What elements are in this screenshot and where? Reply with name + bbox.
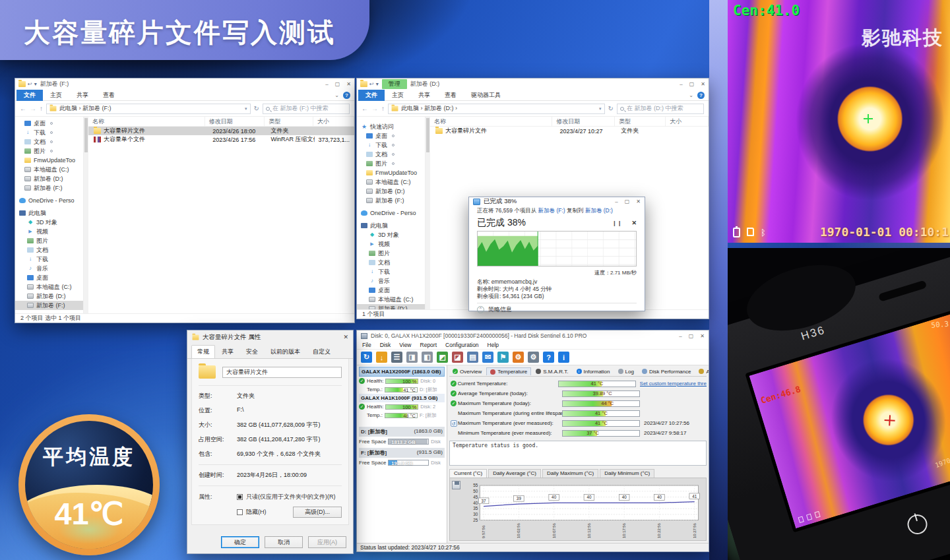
cancel-copy-button[interactable]: ✕ (631, 220, 637, 226)
close-button[interactable]: ✕ (636, 199, 641, 204)
sidebar-item-0[interactable]: 桌面 (15, 119, 83, 128)
folder-properties-dialog[interactable]: 大容量碎片文件 属性 ✕ 常规共享安全以前的版本自定义 大容量碎片文件 类型:文… (187, 330, 354, 554)
window-controls[interactable]: – ▢ ✕ (615, 199, 641, 204)
sidebar-item-8[interactable]: OneDrive - Perso (15, 196, 83, 205)
nav-scrollbar[interactable] (84, 117, 88, 313)
dialog-titlebar[interactable]: 已完成 38% – ▢ ✕ (469, 197, 645, 206)
nav-scrollbar[interactable] (426, 117, 430, 309)
volume-header-0[interactable]: D: [新加卷](1863.0 GB) (359, 427, 445, 437)
sidebar-item-4[interactable]: FmwUpdateToo (15, 156, 83, 165)
close-button[interactable]: ✕ (700, 333, 705, 339)
disk-remove-icon[interactable]: ◪ (452, 352, 463, 363)
column-header-0[interactable]: 名称 (430, 117, 552, 126)
menu-configuration[interactable]: Configuration (445, 342, 479, 348)
column-header-2[interactable]: 类型 (265, 117, 313, 126)
sidebar-item-1[interactable]: ↓下载 (15, 128, 83, 137)
forward-icon[interactable]: → (30, 105, 36, 112)
sidebar-item-15[interactable]: ♪音乐 (15, 264, 83, 273)
sidebar-item-11[interactable]: ◆3D 对象 (357, 230, 425, 239)
maximize-button[interactable]: ▢ (335, 81, 340, 87)
sidebar-item-12[interactable]: 图片 (15, 236, 83, 245)
readonly-checkbox[interactable] (237, 494, 243, 500)
up-icon[interactable]: ↑ (40, 105, 43, 112)
minimize-button[interactable]: – (680, 81, 682, 87)
close-button[interactable]: ✕ (701, 81, 705, 87)
sidebar-item-12[interactable]: ▶视频 (357, 239, 425, 249)
refresh-icon[interactable]: ↻ (608, 105, 614, 112)
tools-gear-icon[interactable]: ⚙ (528, 352, 539, 363)
ok-button[interactable]: 确定 (221, 536, 259, 548)
help-icon[interactable]: ? (343, 92, 350, 99)
maximize-button[interactable]: ▢ (625, 199, 630, 204)
sidebar-item-14[interactable]: ↓下载 (15, 255, 83, 264)
sidebar-item-13[interactable]: 图片 (357, 249, 425, 258)
close-button[interactable]: ✕ (343, 334, 348, 340)
download-status-icon[interactable]: ↓ (376, 352, 387, 363)
sidebar-item-5[interactable]: FmwUpdateToo (357, 168, 425, 177)
chart-tab-0[interactable]: Current (°C) (449, 469, 487, 478)
ribbon-tab-文件[interactable]: 文件 (16, 90, 43, 101)
sidebar-item-13[interactable]: 文档 (15, 245, 83, 255)
sidebar-item-9[interactable]: 此电脑 (15, 208, 83, 218)
sidebar-item-5[interactable]: 本地磁盘 (C:) (15, 165, 83, 174)
help-icon[interactable]: ? (697, 92, 705, 99)
maximize-button[interactable]: ▢ (689, 81, 695, 87)
window-controls[interactable]: –▢✕ (680, 81, 705, 87)
sidebar-item-9[interactable]: OneDrive - Perso (357, 208, 425, 218)
file-row[interactable]: 大容量碎片文件2023/4/26 18:00文件夹 (88, 127, 354, 135)
drive-stack-icon[interactable]: ▤ (467, 352, 478, 363)
ribbon-tab-主页[interactable]: 主页 (43, 90, 69, 101)
sidebar-item-7[interactable]: 新加卷 (F:) (15, 183, 83, 193)
details-toggle[interactable]: ⌃ 简略信息 (477, 303, 637, 315)
hidden-checkbox[interactable] (237, 509, 243, 515)
forward-icon[interactable]: → (371, 105, 378, 112)
tab-共享[interactable]: 共享 (216, 345, 239, 358)
ribbon-tab-查看[interactable]: 查看 (437, 90, 464, 101)
copy-progress-dialog[interactable]: 已完成 38% – ▢ ✕ 正在将 76,559 个项目从 新加卷 (F:) 复… (468, 197, 645, 311)
chevron-down-icon[interactable]: ▾ (376, 81, 379, 87)
dialog-titlebar[interactable]: 大容量碎片文件 属性 ✕ (187, 330, 353, 344)
pause-button[interactable]: ❙❙ (612, 220, 622, 226)
ribbon-tab-主页[interactable]: 主页 (385, 90, 411, 101)
ribbon-tab-共享[interactable]: 共享 (411, 90, 437, 101)
menu-view[interactable]: View (399, 342, 411, 348)
tab-s-m-a-r-t-[interactable]: S.M.A.R.T. (532, 368, 571, 375)
back-icon[interactable]: ← (362, 105, 368, 112)
sidebar-item-16[interactable]: 桌面 (15, 273, 83, 282)
sidebar-item-3[interactable]: 图片 (15, 146, 83, 156)
report-lines-icon[interactable]: ☰ (391, 352, 402, 363)
back-icon[interactable]: ← (20, 105, 26, 112)
tab-overview[interactable]: ✓Overview (449, 368, 485, 375)
sidebar-item-15[interactable]: ↓下载 (357, 267, 425, 276)
tab-information[interactable]: iInformation (573, 368, 614, 375)
hidden-row[interactable]: 隐藏(H) 高级(D)... (237, 507, 342, 518)
column-header-0[interactable]: 名称 (88, 117, 205, 126)
readonly-row[interactable]: 只读(仅应用于文件夹中的文件)(R) (237, 493, 342, 501)
nav-pane[interactable]: ★快速访问桌面↓下载文档图片FmwUpdateToo本地磁盘 (C:)新加卷 (… (357, 117, 426, 309)
chart-tab-3[interactable]: Daily Minimum (°C) (600, 469, 654, 478)
advanced-button[interactable]: 高级(D)... (293, 507, 342, 518)
manage-tab[interactable]: 管理 (382, 79, 407, 89)
minimize-button[interactable]: – (615, 199, 618, 204)
quick-access-toolbar[interactable]: ↩▾ (18, 81, 37, 87)
sidebar-item-18[interactable]: 新加卷 (D:) (15, 292, 83, 301)
sidebar-item-4[interactable]: 图片 (357, 159, 425, 168)
window-titlebar[interactable]: ↩▾新加卷 (F:)–▢✕ (15, 78, 354, 90)
window-controls[interactable]: –▢✕ (325, 81, 351, 87)
tab-disk-performance[interactable]: Disk Performance (639, 368, 695, 375)
source-volume-link[interactable]: 新加卷 (F:) (538, 207, 565, 214)
explorer-window-f[interactable]: ↩▾新加卷 (F:)–▢✕文件主页共享查看⌄?←→↑此电脑 › 新加卷 (F:)… (15, 78, 355, 323)
cancel-button[interactable]: 取消 (265, 536, 303, 548)
column-header-3[interactable]: 大小 (313, 117, 354, 126)
column-header-2[interactable]: 类型 (615, 117, 666, 126)
maximize-button[interactable]: ▢ (689, 333, 694, 339)
sidebar-item-3[interactable]: 文档 (357, 150, 425, 159)
undo-icon[interactable]: ↩ (28, 81, 32, 87)
disk-tool-1-icon[interactable]: ◨ (406, 352, 418, 363)
folder-name-input[interactable]: 大容量碎片文件 (222, 367, 342, 378)
sidebar-item-14[interactable]: 文档 (357, 258, 425, 267)
chevron-down-icon[interactable]: ▾ (34, 81, 37, 87)
sidebar-item-17[interactable]: 本地磁盘 (C:) (15, 282, 83, 292)
volume-header-1[interactable]: F: [新加卷](931.5 GB) (359, 448, 445, 458)
search-box[interactable]: 在 新加卷 (D:) 中搜索 (617, 104, 704, 114)
